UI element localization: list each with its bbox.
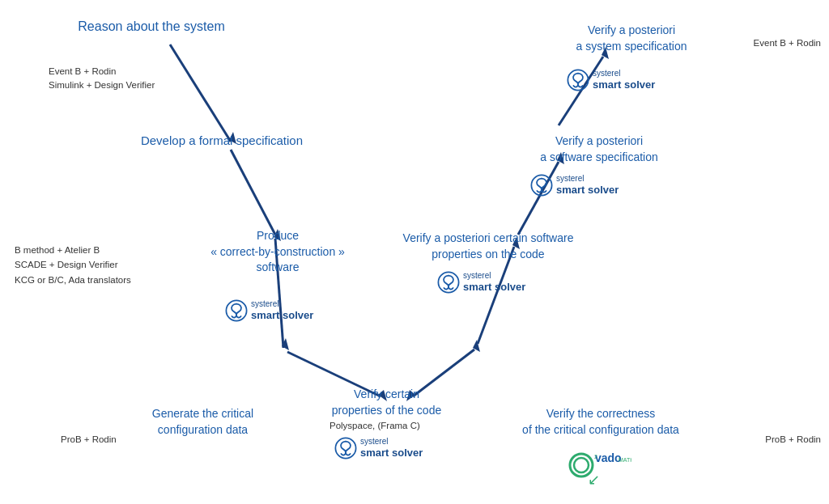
left-tools-label: B method + Atelier B SCADE + Design Veri… xyxy=(15,243,131,287)
systerel-brand-software: systerel smart solver xyxy=(556,174,619,197)
systerel-brand-produce: systerel smart solver xyxy=(251,299,313,322)
systerel-brand-certain: systerel smart solver xyxy=(360,437,423,460)
svg-text:vado: vado xyxy=(595,451,622,464)
svg-text:MATH: MATH xyxy=(619,457,631,463)
diagram-container: Reason about the system Event B + Rodin … xyxy=(0,0,829,504)
systerel-logo-props xyxy=(437,271,460,294)
formal-spec-label: Develop a formal specification xyxy=(108,132,335,149)
ovado-logo: vado 2 MATH ↙ xyxy=(567,451,631,487)
verify-certain-label: Verify certainproperties of the code xyxy=(308,387,466,418)
systerel-badge-props: systerel smart solver xyxy=(437,271,525,294)
systerel-logo-certain xyxy=(334,437,357,460)
verify-software-props-label: Verify a posteriori certain softwareprop… xyxy=(395,231,581,262)
reason-about-system-label: Reason about the system xyxy=(70,18,232,36)
systerel-logo-software xyxy=(530,174,553,197)
systerel-badge-software: systerel smart solver xyxy=(530,174,619,197)
svg-marker-12 xyxy=(282,338,289,350)
generate-critical-label: Generate the criticalconfiguration data xyxy=(132,406,274,438)
verify-system-spec-label: Verify a posterioria system specificatio… xyxy=(551,23,712,54)
prob-rodin-left-label: ProB + Rodin xyxy=(61,433,117,446)
svg-text:↙: ↙ xyxy=(588,472,600,487)
svg-line-0 xyxy=(170,44,231,142)
verify-correctness-label: Verify the correctnessof the critical co… xyxy=(504,406,698,438)
prob-rodin-right-label: ProB + Rodin xyxy=(765,433,821,446)
systerel-logo-system xyxy=(567,69,589,91)
systerel-brand-props: systerel smart solver xyxy=(463,271,525,294)
svg-line-1 xyxy=(231,150,275,235)
systerel-logo-produce xyxy=(225,299,248,322)
svg-marker-15 xyxy=(473,340,480,352)
verify-software-spec-label: Verify a posterioria software specificat… xyxy=(514,133,684,165)
produce-label: Produce « correct-by-construction » soft… xyxy=(205,228,351,276)
svg-point-23 xyxy=(574,458,589,472)
event-b-rodin-top-label: Event B + Rodin xyxy=(754,36,821,49)
systerel-badge-produce: systerel smart solver xyxy=(225,299,313,322)
systerel-badge-certain: systerel smart solver xyxy=(334,437,423,460)
systerel-brand-system: systerel smart solver xyxy=(593,69,655,91)
reason-tools-label: Event B + Rodin Simulink + Design Verifi… xyxy=(49,65,155,93)
systerel-badge-system: systerel smart solver xyxy=(567,69,655,91)
svg-line-4 xyxy=(518,162,559,235)
svg-text:2: 2 xyxy=(594,454,597,460)
polyspace-label: Polyspace, (Frama C) xyxy=(329,419,420,432)
ovado-badge: vado 2 MATH ↙ xyxy=(559,451,640,490)
